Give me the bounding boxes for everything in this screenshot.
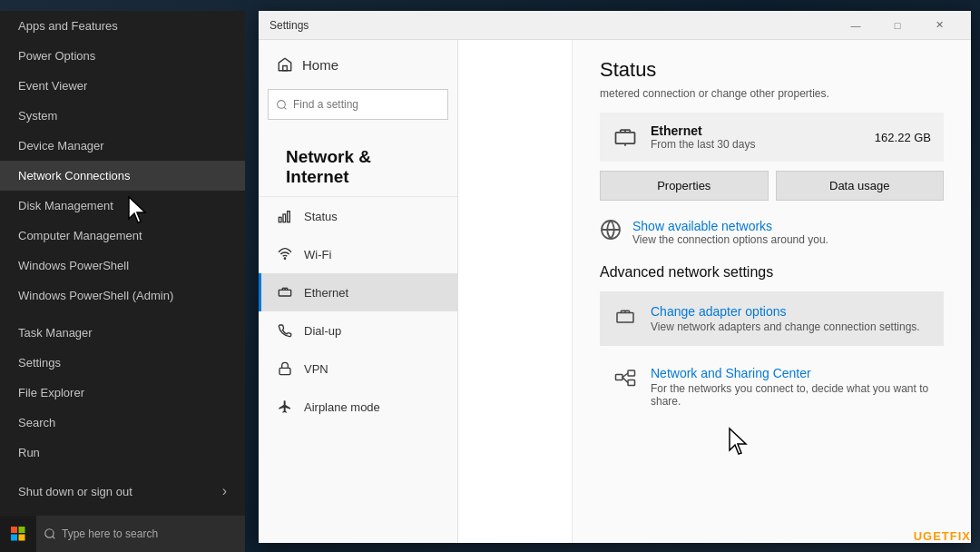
taskbar-search-icon: [44, 527, 56, 540]
settings-search-icon: [276, 99, 288, 111]
change-adapter-icon: [612, 304, 638, 330]
network-sharing-icon: [612, 366, 638, 391]
ethernet-card: Ethernet From the last 30 days 162.22 GB: [600, 113, 944, 162]
ethernet-button-row: Properties Data usage: [600, 171, 944, 201]
svg-point-12: [284, 258, 285, 259]
taskbar-search-text: Type here to search: [62, 527, 158, 540]
window-body: Home Network & Internet: [259, 40, 971, 543]
menu-item-file-explorer[interactable]: File Explorer: [0, 378, 245, 408]
settings-search-input[interactable]: [293, 98, 440, 111]
home-label: Home: [302, 57, 338, 73]
airplane-nav-icon: [277, 399, 293, 415]
svg-line-35: [622, 378, 628, 383]
nav-item-vpn[interactable]: VPN: [259, 350, 457, 388]
watermark: UGETFIX: [914, 529, 971, 543]
show-networks-text: Show available networks View the connect…: [632, 219, 828, 246]
watermark-u: U: [914, 529, 923, 543]
menu-item-system[interactable]: System: [0, 101, 245, 131]
wifi-nav-icon: [277, 246, 293, 262]
svg-rect-33: [628, 380, 635, 386]
windows-logo-icon: [11, 527, 25, 541]
advanced-settings-title: Advanced network settings: [600, 264, 944, 281]
svg-rect-26: [617, 313, 633, 323]
network-sharing-subtitle: For the networks you connect to, decide …: [651, 382, 931, 408]
svg-rect-0: [11, 527, 17, 533]
adv-item-change-adapter[interactable]: Change adapter options View network adap…: [600, 291, 944, 346]
menu-item-windows-powershell-admin[interactable]: Windows PowerShell (Admin): [0, 281, 245, 310]
settings-main-content: [458, 40, 572, 543]
submenu-chevron-icon: [222, 483, 227, 499]
watermark-get: GET: [923, 529, 950, 543]
svg-line-34: [622, 373, 628, 378]
svg-rect-1: [19, 527, 25, 533]
start-button[interactable]: [0, 516, 36, 552]
context-menu: Apps and Features Power Options Event Vi…: [0, 11, 245, 516]
nav-item-dialup[interactable]: Dial-up: [259, 311, 457, 350]
svg-rect-19: [616, 133, 635, 143]
dialup-nav-icon: [277, 322, 293, 339]
settings-sidebar: Home Network & Internet: [259, 40, 458, 543]
svg-point-4: [45, 529, 54, 537]
home-icon: [277, 56, 293, 73]
menu-item-apps-features[interactable]: Apps and Features: [0, 11, 245, 41]
globe-icon: [600, 219, 622, 241]
window-title: Settings: [270, 19, 835, 32]
menu-item-task-manager[interactable]: Task Manager: [0, 318, 245, 348]
svg-line-8: [284, 107, 286, 109]
nav-item-ethernet[interactable]: Ethernet: [259, 273, 457, 311]
menu-item-search[interactable]: Search: [0, 408, 245, 438]
ethernet-nav-icon: [277, 284, 293, 301]
taskbar-search[interactable]: Type here to search: [36, 516, 245, 552]
taskbar: Type here to search: [0, 516, 245, 552]
menu-item-event-viewer[interactable]: Event Viewer: [0, 71, 245, 101]
show-networks: Show available networks View the connect…: [600, 219, 944, 246]
svg-rect-2: [11, 535, 17, 541]
vpn-nav-icon: [277, 360, 293, 377]
close-button[interactable]: ✕: [918, 11, 960, 40]
menu-item-network-connections[interactable]: Network Connections: [0, 161, 245, 191]
network-section-header: Network & Internet: [259, 129, 457, 197]
ethernet-card-icon: [612, 124, 638, 150]
svg-point-7: [278, 100, 286, 108]
menu-item-disk-management[interactable]: Disk Management: [0, 191, 245, 221]
watermark-fix: FIX: [950, 529, 971, 543]
svg-rect-13: [279, 290, 290, 296]
nav-item-airplane[interactable]: Airplane mode: [259, 388, 457, 426]
svg-line-5: [53, 537, 55, 539]
menu-item-computer-management[interactable]: Computer Management: [0, 221, 245, 251]
network-sharing-title: Network and Sharing Center: [651, 366, 931, 380]
svg-rect-32: [628, 370, 635, 376]
menu-item-settings[interactable]: Settings: [0, 348, 245, 378]
minimize-button[interactable]: —: [835, 11, 877, 40]
maximize-button[interactable]: □: [877, 11, 918, 40]
menu-item-shutdown[interactable]: Shut down or sign out: [0, 475, 245, 508]
adv-item-network-sharing-text: Network and Sharing Center For the netwo…: [651, 366, 931, 408]
settings-search-box[interactable]: [268, 89, 448, 120]
settings-home-button[interactable]: Home: [259, 40, 457, 89]
adv-item-change-adapter-text: Change adapter options View network adap…: [651, 304, 920, 333]
change-adapter-title: Change adapter options: [651, 304, 920, 319]
nav-item-wifi[interactable]: Wi-Fi: [259, 235, 457, 273]
ethernet-info: Ethernet From the last 30 days: [651, 123, 862, 151]
status-subtitle: metered connection or change other prope…: [600, 87, 944, 100]
titlebar: Settings — □ ✕: [259, 11, 971, 40]
settings-right-panel: Status metered connection or change othe…: [572, 40, 971, 543]
show-networks-subtitle: View the connection options around you.: [632, 233, 828, 246]
properties-button[interactable]: Properties: [600, 171, 769, 201]
ethernet-size: 162.22 GB: [875, 131, 931, 144]
data-usage-button[interactable]: Data usage: [776, 171, 945, 201]
window-controls: — □ ✕: [835, 11, 960, 40]
change-adapter-subtitle: View network adapters and change connect…: [651, 320, 920, 333]
svg-rect-11: [288, 212, 290, 222]
nav-item-status[interactable]: Status: [259, 197, 457, 235]
menu-item-windows-powershell[interactable]: Windows PowerShell: [0, 251, 245, 281]
ethernet-name: Ethernet: [651, 123, 862, 138]
svg-rect-9: [279, 217, 281, 222]
settings-window: Settings — □ ✕ Home: [259, 11, 971, 543]
show-networks-title[interactable]: Show available networks: [632, 219, 828, 233]
svg-rect-3: [19, 535, 25, 541]
menu-item-device-manager[interactable]: Device Manager: [0, 131, 245, 161]
menu-item-power-options[interactable]: Power Options: [0, 41, 245, 71]
adv-item-network-sharing[interactable]: Network and Sharing Center For the netwo…: [600, 353, 944, 420]
menu-item-run[interactable]: Run: [0, 438, 245, 468]
